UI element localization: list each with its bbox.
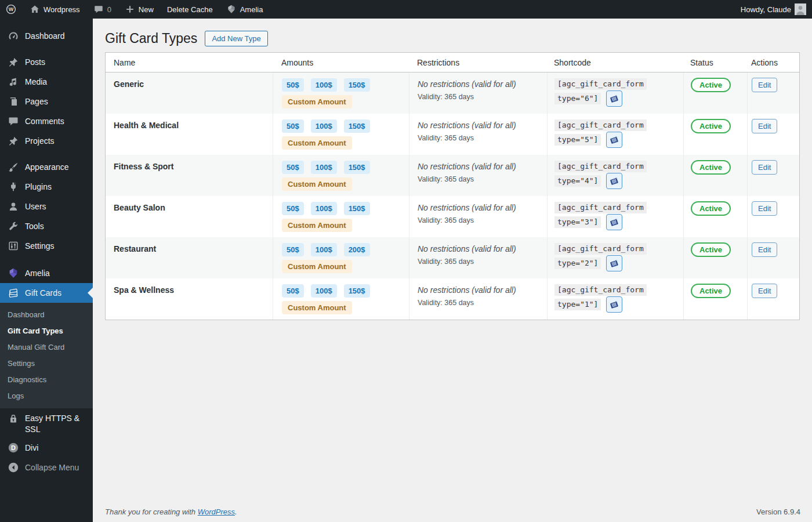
copy-shortcode-button[interactable]: [606, 255, 622, 271]
sidebar-item-tools[interactable]: Tools: [0, 216, 93, 236]
table-row: Health & Medical50$100$150$Custom Amount…: [106, 114, 799, 155]
shortcode-text-line2: type="6"]: [554, 93, 601, 104]
amount-badge: 100$: [311, 119, 337, 133]
new-menu[interactable]: New: [124, 0, 155, 19]
shortcode-cell: [agc_gift_card_formtype="5"]: [547, 114, 683, 155]
sidebar-item-users[interactable]: Users: [0, 197, 93, 216]
delete-cache-menu[interactable]: Delete Cache: [166, 0, 214, 19]
wordpress-link[interactable]: WordPress: [198, 507, 235, 516]
sidebar-item-amelia[interactable]: Amelia: [0, 263, 93, 283]
copy-shortcode-button[interactable]: [606, 173, 622, 189]
wordpress-logo-menu[interactable]: W: [5, 0, 17, 19]
edit-button[interactable]: Edit: [752, 284, 777, 298]
shortcode-text-line1: [agc_gift_card_form: [554, 78, 647, 90]
svg-text:D: D: [11, 444, 16, 451]
sidebar-item-projects[interactable]: Projects: [0, 131, 93, 151]
copy-shortcode-button[interactable]: [606, 296, 622, 313]
edit-button[interactable]: Edit: [752, 160, 777, 175]
status-cell: Active: [683, 196, 747, 237]
restriction-text: No restrictions (valid for all): [418, 285, 547, 295]
submenu-item-manual-gift-card[interactable]: Manual Gift Card: [0, 339, 93, 355]
validity-text: Validity: 365 days: [418, 134, 547, 142]
restrictions-cell: No restrictions (valid for all)Validity:…: [409, 278, 547, 320]
restriction-text: No restrictions (valid for all): [418, 121, 547, 130]
add-new-type-button[interactable]: Add New Type: [205, 31, 267, 46]
shortcode-text-line1: [agc_gift_card_form: [554, 161, 647, 172]
status-badge: Active: [691, 284, 731, 298]
copy-shortcode-button[interactable]: [606, 132, 622, 148]
restrictions-cell: No restrictions (valid for all)Validity:…: [409, 114, 547, 155]
amount-badge: 50$: [282, 161, 304, 174]
new-label: New: [139, 5, 154, 14]
restriction-text: No restrictions (valid for all): [418, 162, 547, 171]
type-name: Restaurant: [106, 237, 273, 278]
site-name-menu[interactable]: Wordpress: [28, 0, 81, 19]
amelia-menu[interactable]: Amelia: [225, 0, 264, 19]
sidebar-item-label: Plugins: [25, 182, 52, 191]
custom-amount-badge: Custom Amount: [282, 177, 352, 191]
sidebar-item-appearance[interactable]: Appearance: [0, 157, 93, 177]
submenu-item-logs[interactable]: Logs: [0, 387, 93, 404]
sidebar-item-posts[interactable]: Posts: [0, 52, 93, 72]
sidebar-item-label: Settings: [25, 241, 55, 251]
comments-menu[interactable]: 0: [92, 0, 113, 19]
amounts-cell: 50$100$150$Custom Amount: [273, 278, 409, 320]
amount-badge: 150$: [344, 202, 370, 215]
table-row: Generic50$100$150$Custom AmountNo restri…: [106, 72, 799, 114]
amount-badge: 50$: [282, 284, 304, 298]
copy-shortcode-icon: [608, 134, 620, 146]
actions-cell: Edit: [747, 114, 799, 155]
amount-badge: 100$: [311, 161, 337, 174]
admin-bar: W Wordpress 0 New Delete Cache Amelia: [0, 0, 812, 19]
sidebar-item-comments[interactable]: Comments: [0, 111, 93, 131]
submenu-item-settings[interactable]: Settings: [0, 355, 93, 371]
copy-shortcode-button[interactable]: [606, 90, 622, 107]
wp-logo-icon: W: [6, 4, 16, 14]
copy-shortcode-button[interactable]: [606, 214, 622, 230]
media-icon: [8, 76, 19, 88]
collapse-menu-button[interactable]: Collapse Menu: [0, 458, 93, 477]
sidebar-item-plugins[interactable]: Plugins: [0, 177, 93, 197]
submenu-item-gift-card-types[interactable]: Gift Card Types: [0, 322, 93, 339]
shortcode-text-line1: [agc_gift_card_form: [554, 243, 647, 255]
sidebar-item-easy-https-ssl[interactable]: Easy HTTPS & SSL: [0, 410, 93, 438]
shortcode-text-line2: type="4"]: [554, 175, 601, 187]
shortcode-cell: [agc_gift_card_formtype="1"]: [547, 278, 683, 320]
edit-button[interactable]: Edit: [752, 201, 777, 216]
column-header-amounts: Amounts: [273, 58, 409, 67]
amount-badge: 100$: [311, 243, 337, 256]
type-name: Health & Medical: [106, 114, 273, 155]
submenu-item-dashboard[interactable]: Dashboard: [0, 306, 93, 322]
sidebar-item-gift-cards[interactable]: Gift Cards: [0, 283, 93, 303]
submenu-item-diagnostics[interactable]: Diagnostics: [0, 371, 93, 387]
shortcode-cell: [agc_gift_card_formtype="2"]: [547, 237, 683, 278]
sidebar-item-settings[interactable]: Settings: [0, 236, 93, 256]
sidebar-group: PostsMediaPagesCommentsProjects: [0, 52, 93, 151]
pin-icon: [8, 135, 19, 147]
sidebar-item-label: Dashboard: [25, 31, 65, 41]
page-header: Gift Card Types Add New Type: [105, 30, 812, 47]
pin-icon: [8, 56, 19, 68]
comments-count: 0: [107, 5, 111, 14]
sidebar-bottom-group: Easy HTTPS & SSLDDiviCollapse Menu: [0, 410, 93, 477]
type-name: Spa & Wellness: [106, 278, 273, 320]
sidebar-item-label: Pages: [25, 97, 48, 106]
amelia-icon: [8, 267, 19, 279]
sidebar-item-label: Amelia: [25, 269, 50, 278]
edit-button[interactable]: Edit: [752, 78, 777, 92]
howdy-menu[interactable]: Howdy, Claude: [740, 0, 807, 19]
custom-amount-badge: Custom Amount: [282, 260, 352, 273]
amelia-topbar-label: Amelia: [240, 5, 263, 14]
restrictions-cell: No restrictions (valid for all)Validity:…: [409, 237, 547, 278]
amount-badge: 150$: [344, 284, 370, 298]
sidebar-item-dashboard[interactable]: Dashboard: [0, 26, 93, 46]
status-badge: Active: [691, 201, 731, 216]
sidebar-item-pages[interactable]: Pages: [0, 92, 93, 111]
restrictions-cell: No restrictions (valid for all)Validity:…: [409, 196, 547, 237]
sidebar-item-divi[interactable]: DDivi: [0, 438, 93, 458]
edit-button[interactable]: Edit: [752, 119, 777, 133]
edit-button[interactable]: Edit: [752, 242, 777, 257]
lock-icon: [8, 413, 19, 425]
footer: Thank you for creating with WordPress. V…: [105, 507, 800, 516]
sidebar-item-media[interactable]: Media: [0, 72, 93, 92]
